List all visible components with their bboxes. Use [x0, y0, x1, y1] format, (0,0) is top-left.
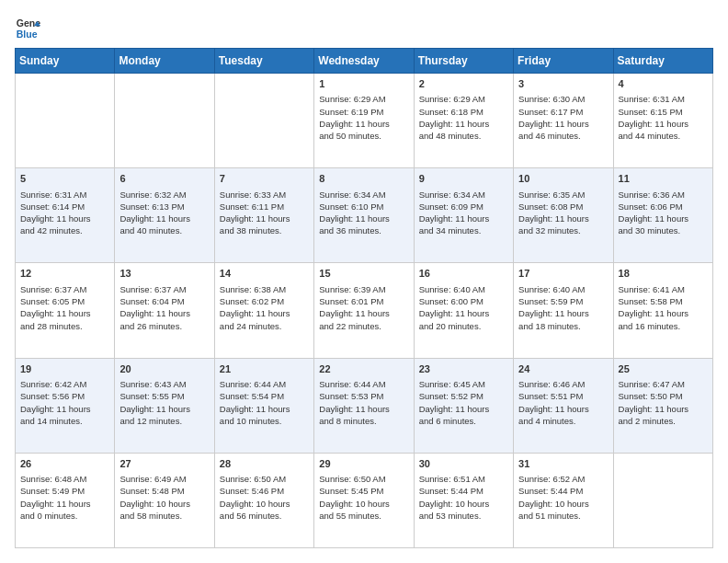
day-cell — [613, 453, 712, 547]
day-cell — [214, 74, 313, 168]
day-cell: 22Sunrise: 6:44 AM Sunset: 5:53 PM Dayli… — [314, 358, 414, 453]
day-cell: 9Sunrise: 6:34 AM Sunset: 6:09 PM Daylig… — [414, 168, 513, 263]
day-info: Sunrise: 6:40 AM Sunset: 6:00 PM Dayligh… — [419, 284, 490, 331]
day-number: 18 — [619, 267, 708, 281]
day-info: Sunrise: 6:37 AM Sunset: 6:05 PM Dayligh… — [20, 284, 91, 331]
day-number: 27 — [119, 457, 209, 471]
day-cell: 28Sunrise: 6:50 AM Sunset: 5:46 PM Dayli… — [214, 453, 313, 547]
week-row-4: 26Sunrise: 6:48 AM Sunset: 5:49 PM Dayli… — [16, 453, 713, 547]
day-cell: 23Sunrise: 6:45 AM Sunset: 5:52 PM Dayli… — [414, 358, 513, 453]
day-cell — [115, 74, 214, 168]
day-info: Sunrise: 6:44 AM Sunset: 5:53 PM Dayligh… — [319, 379, 390, 426]
day-number: 10 — [518, 172, 608, 186]
day-cell: 17Sunrise: 6:40 AM Sunset: 5:59 PM Dayli… — [514, 263, 613, 358]
day-cell: 21Sunrise: 6:44 AM Sunset: 5:54 PM Dayli… — [214, 358, 313, 453]
day-cell: 19Sunrise: 6:42 AM Sunset: 5:56 PM Dayli… — [16, 358, 115, 453]
day-cell: 12Sunrise: 6:37 AM Sunset: 6:05 PM Dayli… — [16, 263, 115, 358]
day-info: Sunrise: 6:29 AM Sunset: 6:18 PM Dayligh… — [419, 94, 490, 141]
day-cell: 1Sunrise: 6:29 AM Sunset: 6:19 PM Daylig… — [314, 74, 414, 168]
day-cell: 26Sunrise: 6:48 AM Sunset: 5:49 PM Dayli… — [16, 453, 115, 547]
day-number: 29 — [319, 457, 408, 471]
day-cell: 7Sunrise: 6:33 AM Sunset: 6:11 PM Daylig… — [214, 168, 313, 263]
day-number: 24 — [518, 362, 608, 376]
day-number: 9 — [419, 172, 508, 186]
day-info: Sunrise: 6:33 AM Sunset: 6:11 PM Dayligh… — [220, 190, 290, 236]
day-number: 16 — [419, 267, 508, 281]
week-row-1: 5Sunrise: 6:31 AM Sunset: 6:14 PM Daylig… — [16, 168, 713, 263]
day-number: 31 — [518, 457, 608, 471]
day-number: 7 — [220, 172, 309, 186]
day-cell: 14Sunrise: 6:38 AM Sunset: 6:02 PM Dayli… — [214, 263, 313, 358]
day-info: Sunrise: 6:46 AM Sunset: 5:51 PM Dayligh… — [518, 379, 589, 426]
day-info: Sunrise: 6:51 AM Sunset: 5:44 PM Dayligh… — [419, 474, 490, 521]
day-number: 17 — [518, 267, 608, 281]
day-number: 6 — [119, 172, 209, 186]
day-number: 14 — [220, 267, 309, 281]
day-number: 8 — [319, 172, 408, 186]
day-info: Sunrise: 6:40 AM Sunset: 5:59 PM Dayligh… — [518, 284, 589, 331]
day-header-saturday: Saturday — [613, 49, 712, 74]
day-info: Sunrise: 6:29 AM Sunset: 6:19 PM Dayligh… — [319, 94, 390, 141]
day-number: 28 — [220, 457, 309, 471]
day-cell: 10Sunrise: 6:35 AM Sunset: 6:08 PM Dayli… — [514, 168, 613, 263]
day-number: 22 — [319, 362, 408, 376]
day-info: Sunrise: 6:31 AM Sunset: 6:14 PM Dayligh… — [20, 190, 91, 236]
day-info: Sunrise: 6:50 AM Sunset: 5:46 PM Dayligh… — [220, 474, 290, 521]
header: General Blue — [15, 15, 713, 40]
day-cell: 4Sunrise: 6:31 AM Sunset: 6:15 PM Daylig… — [613, 74, 712, 168]
day-number: 23 — [419, 362, 508, 376]
day-info: Sunrise: 6:47 AM Sunset: 5:50 PM Dayligh… — [619, 379, 689, 426]
day-info: Sunrise: 6:42 AM Sunset: 5:56 PM Dayligh… — [20, 379, 91, 426]
day-header-monday: Monday — [115, 49, 214, 74]
day-cell: 16Sunrise: 6:40 AM Sunset: 6:00 PM Dayli… — [414, 263, 513, 358]
day-header-sunday: Sunday — [16, 49, 115, 74]
day-info: Sunrise: 6:48 AM Sunset: 5:49 PM Dayligh… — [20, 474, 91, 521]
day-header-wednesday: Wednesday — [314, 49, 414, 74]
day-info: Sunrise: 6:41 AM Sunset: 5:58 PM Dayligh… — [619, 284, 689, 331]
day-number: 21 — [220, 362, 309, 376]
day-cell: 20Sunrise: 6:43 AM Sunset: 5:55 PM Dayli… — [115, 358, 214, 453]
calendar-header-row: SundayMondayTuesdayWednesdayThursdayFrid… — [16, 49, 713, 74]
day-cell: 13Sunrise: 6:37 AM Sunset: 6:04 PM Dayli… — [115, 263, 214, 358]
day-number: 11 — [619, 172, 708, 186]
day-cell: 31Sunrise: 6:52 AM Sunset: 5:44 PM Dayli… — [514, 453, 613, 547]
day-info: Sunrise: 6:49 AM Sunset: 5:48 PM Dayligh… — [119, 474, 190, 521]
day-number: 30 — [419, 457, 508, 471]
day-cell: 5Sunrise: 6:31 AM Sunset: 6:14 PM Daylig… — [16, 168, 115, 263]
day-info: Sunrise: 6:30 AM Sunset: 6:17 PM Dayligh… — [518, 94, 589, 141]
day-cell: 25Sunrise: 6:47 AM Sunset: 5:50 PM Dayli… — [613, 358, 712, 453]
day-cell: 8Sunrise: 6:34 AM Sunset: 6:10 PM Daylig… — [314, 168, 414, 263]
day-number: 4 — [619, 77, 708, 91]
day-number: 12 — [20, 267, 109, 281]
day-info: Sunrise: 6:32 AM Sunset: 6:13 PM Dayligh… — [119, 190, 190, 236]
day-cell: 2Sunrise: 6:29 AM Sunset: 6:18 PM Daylig… — [414, 74, 513, 168]
day-info: Sunrise: 6:50 AM Sunset: 5:45 PM Dayligh… — [319, 474, 390, 521]
day-info: Sunrise: 6:43 AM Sunset: 5:55 PM Dayligh… — [119, 379, 190, 426]
day-number: 19 — [20, 362, 109, 376]
day-info: Sunrise: 6:38 AM Sunset: 6:02 PM Dayligh… — [220, 284, 290, 331]
day-number: 3 — [518, 77, 608, 91]
day-header-tuesday: Tuesday — [214, 49, 313, 74]
week-row-3: 19Sunrise: 6:42 AM Sunset: 5:56 PM Dayli… — [16, 358, 713, 453]
day-cell — [16, 74, 115, 168]
day-cell: 15Sunrise: 6:39 AM Sunset: 6:01 PM Dayli… — [314, 263, 414, 358]
day-header-thursday: Thursday — [414, 49, 513, 74]
day-info: Sunrise: 6:45 AM Sunset: 5:52 PM Dayligh… — [419, 379, 490, 426]
logo-icon: General Blue — [15, 15, 40, 40]
page: General Blue SundayMondayTuesdayWednesda… — [0, 0, 728, 563]
day-number: 1 — [319, 77, 408, 91]
day-number: 13 — [119, 267, 209, 281]
day-info: Sunrise: 6:31 AM Sunset: 6:15 PM Dayligh… — [619, 94, 689, 141]
week-row-2: 12Sunrise: 6:37 AM Sunset: 6:05 PM Dayli… — [16, 263, 713, 358]
day-cell: 18Sunrise: 6:41 AM Sunset: 5:58 PM Dayli… — [613, 263, 712, 358]
day-cell: 24Sunrise: 6:46 AM Sunset: 5:51 PM Dayli… — [514, 358, 613, 453]
day-info: Sunrise: 6:35 AM Sunset: 6:08 PM Dayligh… — [518, 190, 589, 236]
day-info: Sunrise: 6:37 AM Sunset: 6:04 PM Dayligh… — [119, 284, 190, 331]
day-number: 26 — [20, 457, 109, 471]
logo: General Blue — [15, 15, 44, 40]
day-info: Sunrise: 6:44 AM Sunset: 5:54 PM Dayligh… — [220, 379, 290, 426]
day-cell: 27Sunrise: 6:49 AM Sunset: 5:48 PM Dayli… — [115, 453, 214, 547]
day-number: 2 — [419, 77, 508, 91]
day-info: Sunrise: 6:52 AM Sunset: 5:44 PM Dayligh… — [518, 474, 589, 521]
day-number: 25 — [619, 362, 708, 376]
